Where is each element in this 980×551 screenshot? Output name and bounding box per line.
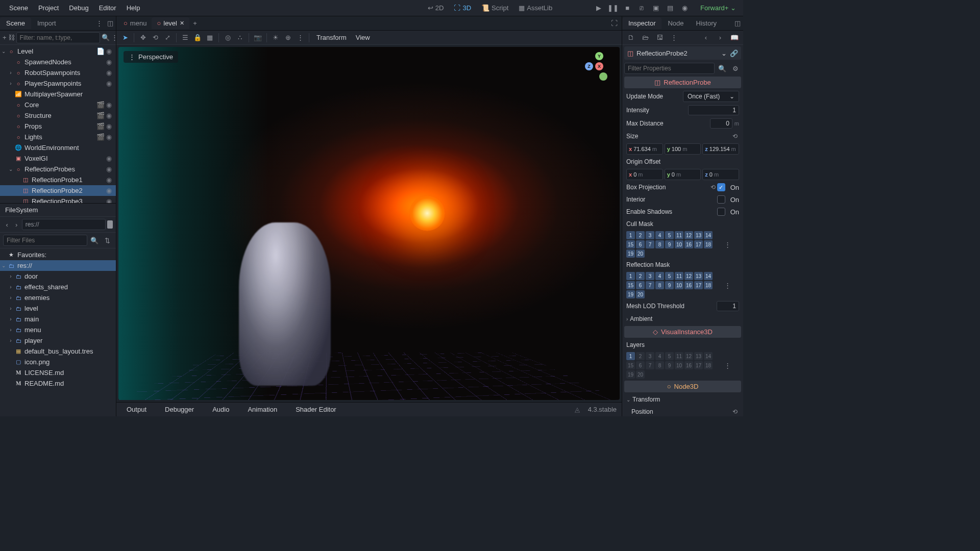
camera-tool[interactable]: 📷	[252, 32, 263, 43]
add-node-button[interactable]: +	[3, 32, 7, 43]
search-icon[interactable]: 🔍	[717, 63, 728, 74]
scale-tool[interactable]: ⤢	[162, 32, 173, 43]
expand-icon[interactable]: ›	[7, 273, 14, 279]
fs-favorites[interactable]: ★Favorites:	[0, 249, 116, 260]
reset-icon[interactable]: ⟲	[709, 184, 717, 191]
section-visualinstance[interactable]: ◇VisualInstance3D	[624, 326, 741, 338]
expand-viewport-icon[interactable]: ⛶	[608, 18, 620, 29]
save-resource-icon[interactable]: 🖫	[654, 32, 665, 43]
mask-cell-14[interactable]: 14	[704, 272, 713, 280]
update-mode-dropdown[interactable]: Once (Fast)⌄	[683, 91, 739, 102]
tab-scene[interactable]: Scene	[0, 17, 31, 29]
gizmo-x-axis[interactable]: X	[595, 62, 603, 70]
mask-cell-11[interactable]: 11	[675, 272, 683, 280]
bottom-shader[interactable]: Shader Editor	[290, 404, 341, 415]
add-tab-button[interactable]: +	[189, 18, 201, 29]
fs-root[interactable]: ⌄🗀res://	[0, 260, 116, 271]
tree-node-selected[interactable]: ◫ReflectionProbe2◉	[0, 185, 116, 196]
group-tool[interactable]: ▦	[204, 32, 215, 43]
tree-node[interactable]: ◫ReflectionProbe1◉	[0, 174, 116, 185]
mask-cell-12[interactable]: 12	[684, 352, 693, 360]
fs-folder[interactable]: ›🗀player	[0, 335, 116, 346]
origin-y-input[interactable]: y0m	[665, 169, 701, 180]
play-scene-button[interactable]: ▣	[650, 3, 662, 14]
mask-more-icon[interactable]: ⋮	[722, 362, 733, 369]
view-menu[interactable]: View	[352, 34, 374, 41]
tree-node[interactable]: 📶MultiplayerSpawner	[0, 89, 116, 99]
mask-cell-5[interactable]: 5	[665, 231, 674, 239]
fs-folder[interactable]: ›🗀menu	[0, 324, 116, 335]
doc-icon[interactable]: 📖	[729, 32, 740, 43]
mask-cell-6[interactable]: 6	[636, 281, 645, 289]
expand-icon[interactable]: ›	[7, 284, 14, 290]
tree-node[interactable]: ◫ReflectionProbe3◉	[0, 196, 116, 203]
scene-tab-menu[interactable]: ○menu	[118, 17, 152, 29]
mode-assetlib[interactable]: ▦AssetLib	[514, 2, 556, 14]
mask-cell-1[interactable]: 1	[626, 272, 635, 280]
dock-undock-icon[interactable]: ◫	[732, 18, 743, 29]
mask-cell-9[interactable]: 9	[665, 361, 674, 369]
max-distance-input[interactable]	[710, 118, 732, 129]
snap-settings[interactable]: ∴	[234, 32, 246, 43]
mask-cell-14[interactable]: 14	[704, 231, 713, 239]
section-reflectionprobe[interactable]: ◫ReflectionProbe	[624, 77, 741, 88]
gizmo-neg-axis[interactable]	[599, 72, 607, 81]
tree-node[interactable]: ○Core🎬◉	[0, 99, 116, 110]
tree-node[interactable]: ⌄○ReflectionProbes◉	[0, 164, 116, 174]
mask-cell-1[interactable]: 1	[626, 352, 635, 360]
visibility-icon[interactable]: ◉	[106, 69, 113, 77]
fs-file[interactable]: 𝐌README.md	[0, 378, 116, 389]
mask-cell-3[interactable]: 3	[646, 272, 654, 280]
move-tool[interactable]: ✥	[137, 32, 149, 43]
pause-button[interactable]: ❚❚	[607, 3, 619, 14]
mask-cell-18[interactable]: 18	[704, 281, 713, 289]
search-icon[interactable]: 🔍	[102, 32, 110, 43]
nav-forward-button[interactable]: ›	[12, 219, 20, 230]
fs-folder[interactable]: ›🗀enemies	[0, 292, 116, 303]
fs-folder[interactable]: ›🗀door	[0, 271, 116, 282]
visibility-icon[interactable]: ◉	[106, 176, 113, 184]
search-icon[interactable]: 🔍	[89, 235, 100, 246]
scene-filter-input[interactable]	[16, 32, 100, 43]
mask-cell-17[interactable]: 17	[694, 240, 703, 248]
mask-more-icon[interactable]: ⋮	[722, 241, 733, 248]
reflection-mask-grid[interactable]: 1234511121314156789101617181920	[622, 271, 722, 299]
sun-tool[interactable]: ☀	[270, 32, 281, 43]
mask-cell-11[interactable]: 11	[675, 352, 683, 360]
visibility-icon[interactable]: ◉	[106, 187, 113, 194]
tab-node[interactable]: Node	[662, 17, 690, 29]
mask-cell-6[interactable]: 6	[636, 240, 645, 248]
layers-grid[interactable]: 1234511121314156789101617181920	[622, 351, 722, 380]
doc-link-icon[interactable]: 🔗	[730, 49, 738, 57]
intensity-input[interactable]	[688, 105, 739, 115]
origin-z-input[interactable]: z0m	[702, 169, 739, 180]
visibility-icon[interactable]: ◉	[106, 80, 113, 87]
bottom-debugger[interactable]: Debugger	[160, 404, 199, 415]
scene-indicator-icon[interactable]: 🎬	[96, 133, 105, 141]
mesh-lod-input[interactable]	[717, 301, 739, 311]
mask-cell-17[interactable]: 17	[694, 361, 703, 369]
mode-3d[interactable]: ⛶3D	[450, 2, 475, 14]
mask-cell-8[interactable]: 8	[655, 361, 664, 369]
mask-cell-12[interactable]: 12	[684, 272, 693, 280]
history-back-icon[interactable]: ‹	[700, 32, 712, 43]
dock-menu-icon[interactable]: ⋮	[93, 18, 105, 29]
mask-cell-5[interactable]: 5	[665, 272, 674, 280]
visibility-icon[interactable]: ◉	[106, 58, 113, 66]
filesystem-filter-input[interactable]	[3, 235, 87, 246]
mask-cell-15[interactable]: 15	[626, 240, 635, 248]
menu-editor[interactable]: Editor	[94, 2, 121, 14]
sort-icon[interactable]: ⇅	[102, 235, 113, 246]
expand-icon[interactable]: ›	[7, 327, 14, 333]
mask-cell-15[interactable]: 15	[626, 281, 635, 289]
color-swatch[interactable]	[107, 220, 113, 229]
mask-cell-12[interactable]: 12	[684, 231, 693, 239]
snap-tool[interactable]: ◎	[222, 32, 233, 43]
mask-cell-16[interactable]: 16	[684, 361, 693, 369]
fs-folder[interactable]: ›🗀main	[0, 314, 116, 324]
tree-node[interactable]: ○Lights🎬◉	[0, 132, 116, 142]
origin-x-input[interactable]: x0m	[626, 169, 663, 180]
filesystem-path-input[interactable]	[22, 219, 106, 230]
mask-cell-14[interactable]: 14	[704, 352, 713, 360]
mask-cell-4[interactable]: 4	[655, 352, 664, 360]
